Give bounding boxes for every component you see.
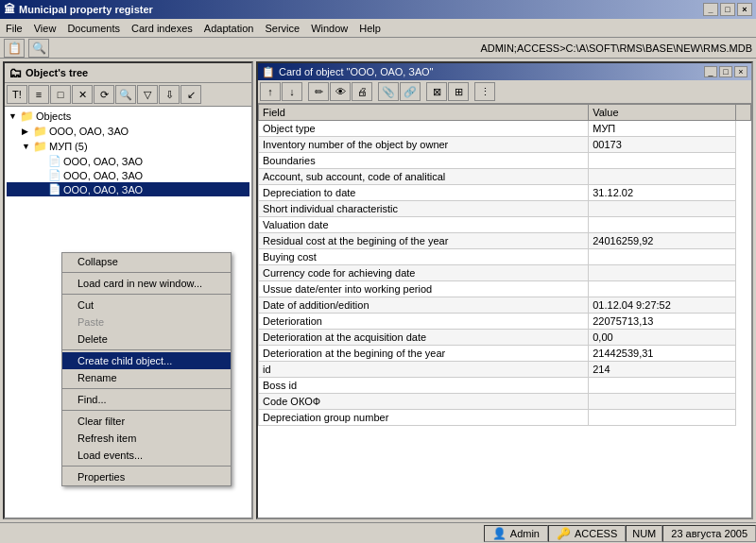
- table-row[interactable]: Buying cost: [259, 249, 751, 265]
- tree-item-mup[interactable]: ▼ 📁 МУП (5): [7, 139, 249, 154]
- tree-label-child1: ООО, ОАО, ЗАО: [63, 156, 143, 167]
- tree-btn-down[interactable]: ⇩: [159, 85, 180, 104]
- table-row[interactable]: Code ОКОФ: [259, 394, 751, 410]
- ctx-refresh-item[interactable]: Refresh item: [62, 430, 231, 447]
- toolbar-btn-2[interactable]: 🔍: [28, 39, 49, 58]
- table-row[interactable]: Object typeМУП: [259, 121, 751, 137]
- menu-file[interactable]: File: [0, 21, 28, 36]
- ctx-rename[interactable]: Rename: [62, 369, 231, 386]
- tree-item-ooo1[interactable]: ▶ 📁 ООО, ОАО, ЗАО: [7, 124, 249, 139]
- tree-item-child2[interactable]: 📄 ООО, ОАО, ЗАО: [7, 168, 249, 182]
- expand-icon-objects: ▼: [9, 111, 18, 121]
- tree-label-objects: Objects: [36, 110, 71, 122]
- num-indicator: NUM: [626, 525, 662, 542]
- tree-item-child1[interactable]: 📄 ООО, ОАО, ЗАО: [7, 154, 249, 168]
- field-cell: Code ОКОФ: [259, 394, 589, 410]
- card-edit-btn[interactable]: ✏: [308, 82, 329, 101]
- card-view-btn[interactable]: 👁: [330, 82, 351, 101]
- user-icon: 👤: [492, 527, 507, 540]
- tree-btn-filter[interactable]: ▽: [137, 85, 158, 104]
- field-cell: Currency code for achieving date: [259, 265, 589, 281]
- menu-cardindexes[interactable]: Card indexes: [126, 21, 198, 36]
- table-row[interactable]: Valuation date: [259, 217, 751, 233]
- value-cell: 24016259,92: [589, 233, 736, 249]
- tree-item-objects[interactable]: ▼ 📁 Objects: [7, 109, 249, 124]
- menu-window[interactable]: Window: [305, 21, 353, 36]
- minimize-button[interactable]: _: [703, 3, 718, 16]
- status-db: 🔑 ACCESS: [548, 525, 626, 542]
- tree-panel-icon: 🗂: [9, 65, 22, 80]
- menu-help[interactable]: Help: [353, 21, 387, 36]
- table-row[interactable]: Boundaries: [259, 153, 751, 169]
- ctx-collapse[interactable]: Collapse: [62, 253, 231, 270]
- tree-btn-export[interactable]: ↙: [180, 85, 201, 104]
- doc-icon-child2: 📄: [48, 169, 61, 181]
- doc-icon-child1: 📄: [48, 155, 61, 167]
- tree-btn-del[interactable]: ✕: [72, 85, 93, 104]
- card-close-btn[interactable]: ×: [734, 66, 747, 77]
- field-cell: Object type: [259, 121, 589, 137]
- table-row[interactable]: Currency code for achieving date: [259, 265, 751, 281]
- menu-documents[interactable]: Documents: [61, 21, 126, 36]
- field-cell: Depreciation to date: [259, 185, 589, 201]
- card-more-btn[interactable]: ⋮: [474, 82, 495, 101]
- card-link-btn[interactable]: 🔗: [400, 82, 421, 101]
- ctx-find[interactable]: Find...: [62, 391, 231, 408]
- table-row[interactable]: Residual cost at the begining of the yea…: [259, 233, 751, 249]
- card-attach-btn[interactable]: 📎: [378, 82, 399, 101]
- card-export-btn[interactable]: ⊠: [426, 82, 447, 101]
- tree-btn-search[interactable]: 🔍: [115, 85, 136, 104]
- table-row[interactable]: Depreciation group number: [259, 410, 751, 426]
- card-print-btn[interactable]: 🖨: [352, 82, 372, 101]
- ctx-cut[interactable]: Cut: [62, 297, 231, 314]
- field-cell: Boss id: [259, 378, 589, 394]
- table-row[interactable]: Account, sub account, code of analitical: [259, 169, 751, 185]
- table-row[interactable]: Depreciation to date31.12.02: [259, 185, 751, 201]
- value-cell: [589, 169, 736, 185]
- menu-view[interactable]: View: [28, 21, 62, 36]
- table-row[interactable]: Deterioration22075713,13: [259, 314, 751, 330]
- tree-btn-list[interactable]: ≡: [28, 85, 49, 104]
- ctx-clear-filter[interactable]: Clear filter: [62, 413, 231, 430]
- num-label: NUM: [632, 528, 656, 539]
- value-cell: [589, 201, 736, 217]
- ctx-create-child[interactable]: Create child object...: [62, 352, 231, 369]
- menu-adaptation[interactable]: Adaptation: [198, 21, 260, 36]
- table-row[interactable]: Short individual characteristic: [259, 201, 751, 217]
- ctx-paste: Paste: [62, 314, 231, 331]
- ctx-load-events[interactable]: Load events...: [62, 447, 231, 464]
- tree-btn-new[interactable]: □: [50, 85, 71, 104]
- maximize-button[interactable]: □: [720, 3, 735, 16]
- table-row[interactable]: Boss id: [259, 378, 751, 394]
- card-sort-asc-btn[interactable]: ↑: [260, 82, 281, 101]
- card-grid-btn[interactable]: ⊞: [448, 82, 469, 101]
- tree-panel-header: 🗂 Object's tree: [5, 63, 251, 83]
- value-cell: 0,00: [589, 330, 736, 346]
- table-row[interactable]: Inventory number of the object by owner0…: [259, 137, 751, 153]
- value-cell: [589, 153, 736, 169]
- close-button[interactable]: ×: [737, 3, 752, 16]
- field-cell: Deterioration: [259, 314, 589, 330]
- menu-service[interactable]: Service: [259, 21, 305, 36]
- tree-btn-t[interactable]: T!: [7, 85, 27, 104]
- table-row[interactable]: Deterioration at the begining of the yea…: [259, 346, 751, 362]
- card-minimize-btn[interactable]: _: [704, 66, 717, 77]
- card-maximize-btn[interactable]: □: [719, 66, 732, 77]
- db-icon: 🔑: [557, 527, 571, 540]
- table-row[interactable]: id214: [259, 362, 751, 378]
- table-row[interactable]: Deterioration at the acquisition date0,0…: [259, 330, 751, 346]
- toolbar-btn-1[interactable]: 📋: [4, 39, 25, 58]
- tree-item-child3[interactable]: 📄 ООО, ОАО, ЗАО: [7, 182, 249, 196]
- table-row[interactable]: Ussue date/enter into working period: [259, 281, 751, 297]
- ctx-delete[interactable]: Delete: [62, 331, 231, 348]
- card-header-icon: 📋: [262, 66, 275, 78]
- ctx-load-card[interactable]: Load card in new window...: [62, 275, 231, 292]
- field-cell: Date of addition/edition: [259, 297, 589, 314]
- ctx-properties[interactable]: Properties: [62, 468, 231, 485]
- tree-btn-refresh[interactable]: ⟳: [94, 85, 114, 104]
- value-cell: 21442539,31: [589, 346, 736, 362]
- table-row[interactable]: Date of addition/edition01.12.04 9:27:52: [259, 297, 751, 314]
- card-table-wrapper[interactable]: Field Value Object typeМУПInventory numb…: [258, 104, 751, 518]
- card-sort-desc-btn[interactable]: ↓: [282, 82, 302, 101]
- tree-label-mup: МУП (5): [49, 141, 88, 152]
